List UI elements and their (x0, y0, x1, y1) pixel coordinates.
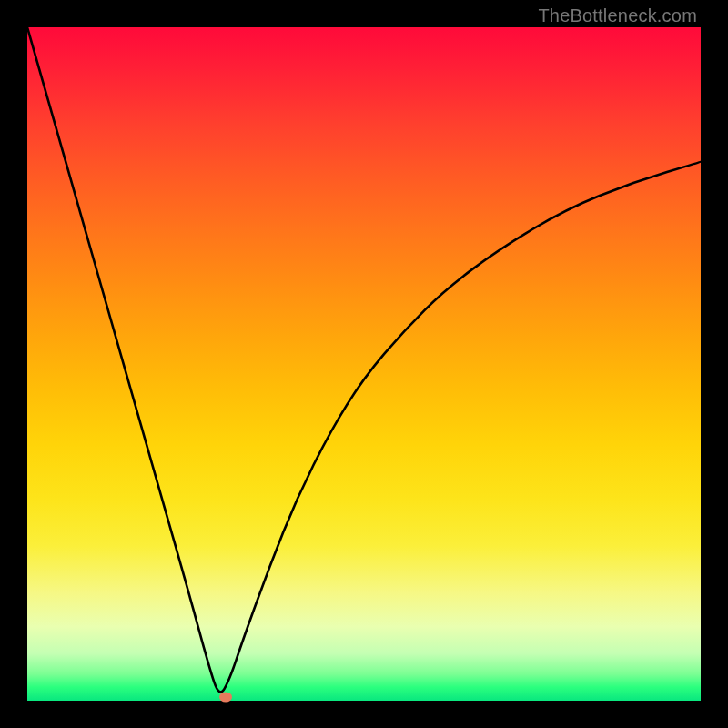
watermark-text: TheBottleneck.com (538, 5, 697, 26)
plot-area (27, 27, 701, 701)
chart-frame: TheBottleneck.com (0, 0, 728, 728)
bottleneck-curve (27, 27, 701, 701)
bottleneck-marker (219, 692, 232, 702)
